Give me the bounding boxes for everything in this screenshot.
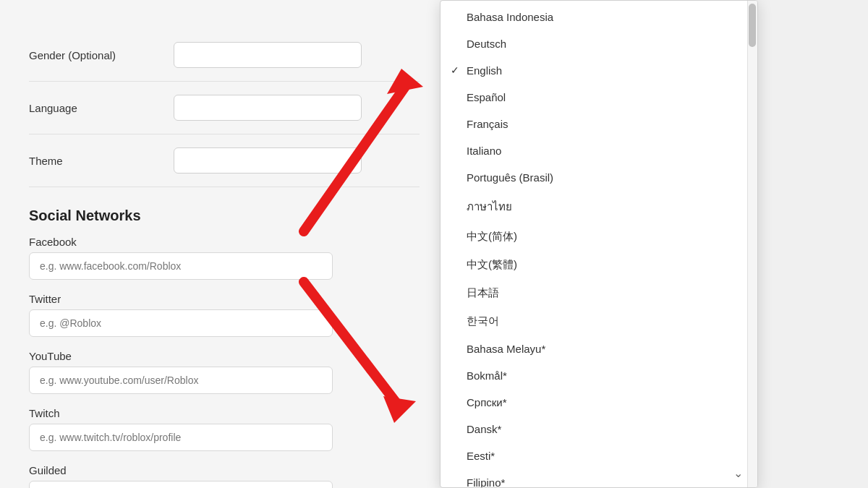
language-option[interactable]: Dansk*: [441, 416, 757, 442]
chevron-down-icon: ⌄: [733, 466, 743, 480]
language-row: Language: [29, 82, 420, 134]
theme-select[interactable]: [174, 147, 362, 174]
language-option[interactable]: Bahasa Indonesia: [441, 4, 757, 30]
twitch-label: Twitch: [29, 407, 420, 419]
theme-control: [174, 147, 420, 174]
language-label: Language: [29, 102, 174, 114]
language-option[interactable]: 日本語: [441, 279, 757, 307]
guilded-input[interactable]: [29, 481, 333, 488]
language-option[interactable]: 中文(简体): [441, 223, 757, 251]
guilded-row: Guilded: [29, 464, 420, 488]
dropdown-scrollbar[interactable]: [747, 1, 757, 487]
language-option[interactable]: English: [441, 57, 757, 84]
language-option[interactable]: Deutsch: [441, 30, 757, 57]
twitch-input[interactable]: [29, 424, 333, 451]
gender-control: [174, 42, 420, 68]
gender-select[interactable]: [174, 42, 362, 68]
facebook-input[interactable]: [29, 252, 333, 280]
guilded-label: Guilded: [29, 464, 420, 476]
gender-label: Gender (Optional): [29, 49, 174, 61]
youtube-row: YouTube: [29, 350, 420, 394]
language-option[interactable]: Eesti*: [441, 442, 757, 469]
language-option[interactable]: 한국어: [441, 307, 757, 335]
language-option[interactable]: Français: [441, 111, 757, 137]
twitter-row: Twitter: [29, 293, 420, 337]
language-dropdown-list: Bahasa IndonesiaDeutschEnglishEspañolFra…: [441, 1, 757, 487]
youtube-input[interactable]: [29, 367, 333, 394]
facebook-label: Facebook: [29, 236, 420, 248]
language-dropdown[interactable]: Bahasa IndonesiaDeutschEnglishEspañolFra…: [440, 0, 758, 488]
language-select[interactable]: [174, 95, 362, 121]
language-option[interactable]: Español: [441, 84, 757, 111]
twitch-row: Twitch: [29, 407, 420, 451]
page-background: Gender (Optional) Language Theme Social …: [0, 0, 868, 488]
language-control: [174, 95, 420, 121]
language-option[interactable]: Filipino*: [441, 469, 757, 487]
language-option[interactable]: 中文(繁體): [441, 251, 757, 279]
social-networks-title: Social Networks: [29, 207, 420, 224]
language-option[interactable]: ภาษาไทย: [441, 191, 757, 223]
theme-label: Theme: [29, 155, 174, 167]
language-option[interactable]: Italiano: [441, 137, 757, 164]
settings-panel: Gender (Optional) Language Theme Social …: [0, 0, 448, 488]
gender-row: Gender (Optional): [29, 29, 420, 82]
youtube-label: YouTube: [29, 350, 420, 362]
scroll-thumb: [749, 4, 756, 47]
language-option[interactable]: Српски*: [441, 389, 757, 416]
facebook-row: Facebook: [29, 236, 420, 280]
twitter-label: Twitter: [29, 293, 420, 305]
twitter-input[interactable]: [29, 309, 333, 337]
language-option[interactable]: Português (Brasil): [441, 164, 757, 191]
language-option[interactable]: Bokmål*: [441, 362, 757, 389]
language-option[interactable]: Bahasa Melayu*: [441, 335, 757, 362]
theme-row: Theme: [29, 134, 420, 187]
